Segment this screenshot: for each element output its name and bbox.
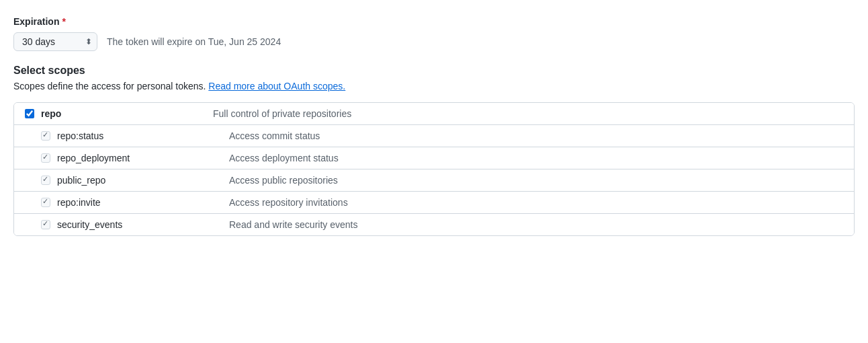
repo-deployment-checkbox[interactable]: [41, 153, 50, 163]
scope-row-repo-status: repo:status Access commit status: [14, 125, 854, 147]
repo-status-name: repo:status: [57, 130, 103, 141]
security-events-checkbox-area: security_events: [41, 219, 229, 230]
scope-row-security-events: security_events Read and write security …: [14, 214, 854, 235]
repo-invite-checkbox[interactable]: [41, 198, 50, 207]
repo-deployment-checkbox-area: repo_deployment: [41, 153, 229, 163]
repo-checkbox[interactable]: [25, 109, 34, 118]
expiration-select-wrapper: 7 days 30 days 60 days 90 days Custom No…: [13, 32, 97, 51]
security-events-name: security_events: [57, 219, 122, 230]
scopes-description: Scopes define the access for personal to…: [13, 81, 855, 91]
repo-deployment-description: Access deployment status: [229, 153, 843, 163]
repo-status-checkbox[interactable]: [41, 131, 50, 141]
public-repo-checkbox-area: public_repo: [41, 175, 229, 186]
scopes-title: Select scopes: [13, 65, 855, 77]
repo-invite-checkbox-area: repo:invite: [41, 197, 229, 208]
expiration-row: 7 days 30 days 60 days 90 days Custom No…: [13, 32, 855, 51]
required-indicator: *: [62, 16, 65, 27]
scope-row-repo: repo Full control of private repositorie…: [14, 103, 854, 125]
expiration-select[interactable]: 7 days 30 days 60 days 90 days Custom No…: [13, 32, 97, 51]
repo-name: repo: [41, 108, 61, 119]
security-events-checkbox[interactable]: [41, 220, 50, 229]
repo-checkbox-area: repo: [25, 108, 213, 119]
scopes-description-text: Scopes define the access for personal to…: [13, 81, 206, 91]
scope-row-repo-deployment: repo_deployment Access deployment status: [14, 147, 854, 169]
security-events-description: Read and write security events: [229, 219, 843, 230]
repo-invite-description: Access repository invitations: [229, 197, 843, 208]
expiration-label: Expiration: [13, 16, 59, 27]
scopes-section: Select scopes Scopes define the access f…: [13, 65, 855, 236]
repo-description: Full control of private repositories: [213, 108, 843, 119]
repo-status-description: Access commit status: [229, 130, 843, 141]
expiry-note: The token will expire on Tue, Jun 25 202…: [107, 36, 281, 47]
public-repo-checkbox[interactable]: [41, 176, 50, 185]
expiration-label-row: Expiration *: [13, 16, 855, 27]
oauth-scopes-link[interactable]: Read more about OAuth scopes.: [208, 81, 345, 91]
scope-row-public-repo: public_repo Access public repositories: [14, 169, 854, 192]
public-repo-name: public_repo: [57, 175, 105, 186]
repo-status-checkbox-area: repo:status: [41, 130, 229, 141]
expiration-section: Expiration * 7 days 30 days 60 days 90 d…: [13, 16, 855, 51]
repo-deployment-name: repo_deployment: [57, 153, 130, 163]
public-repo-description: Access public repositories: [229, 175, 843, 186]
scopes-box: repo Full control of private repositorie…: [13, 102, 855, 236]
scope-row-repo-invite: repo:invite Access repository invitation…: [14, 192, 854, 214]
repo-invite-name: repo:invite: [57, 197, 101, 208]
